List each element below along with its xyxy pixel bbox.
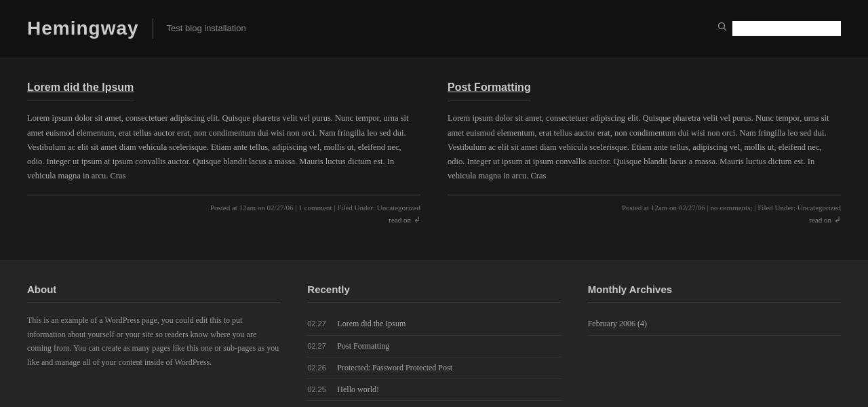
post-1-read-on: read on ↲	[389, 214, 420, 227]
post-2-read-on: read on ↲	[809, 214, 841, 227]
search-input[interactable]	[732, 21, 841, 36]
recently-link-0[interactable]: Lorem did the Ipsum	[337, 319, 406, 328]
recently-link-2[interactable]: Protected: Password Protected Post	[337, 363, 452, 372]
recently-column: Recently 02.27 Lorem did the Ipsum 02.27…	[307, 282, 587, 401]
svg-line-1	[724, 28, 727, 31]
recently-date-3: 02.25	[307, 384, 329, 396]
site-title: Hemingway	[27, 14, 139, 44]
post-1-meta: Posted at 12am on 02/27/06 | 1 comment |…	[27, 195, 420, 227]
footer-area: About This is an example of a WordPress …	[0, 260, 868, 407]
search-area	[717, 21, 841, 36]
read-on-arrow-icon-2: ↲	[834, 214, 841, 227]
recently-label-1: Post Formatting	[337, 340, 389, 353]
archives-item-0: February 2006 (4)	[588, 313, 841, 335]
about-title: About	[27, 282, 280, 303]
post-1-meta-text: Posted at 12am on 02/27/06 | 1 comment |…	[210, 204, 420, 212]
post-1-title-link[interactable]: Lorem did the Ipsum	[27, 81, 134, 93]
post-2-meta: Posted at 12am on 02/27/06 | no comments…	[448, 195, 841, 227]
recently-link-1[interactable]: Post Formatting	[337, 341, 389, 351]
site-header: Hemingway Test blog installation	[0, 0, 868, 58]
search-icon	[717, 21, 727, 36]
header-divider	[153, 18, 153, 39]
svg-point-0	[719, 23, 725, 29]
about-text: This is an example of a WordPress page, …	[27, 313, 280, 369]
main-content: Lorem did the Ipsum Lorem ipsum dolor si…	[0, 58, 868, 261]
recently-label-2: Protected: Password Protected Post	[337, 362, 452, 374]
post-2: Post Formatting Lorem ipsum dolor sit am…	[448, 79, 841, 241]
read-on-arrow-icon: ↲	[414, 214, 420, 227]
recently-item-2: 02.26 Protected: Password Protected Post	[307, 357, 560, 379]
archives-link-0[interactable]: February 2006 (4)	[588, 319, 647, 328]
post-1-title: Lorem did the Ipsum	[27, 79, 134, 101]
archives-list: February 2006 (4)	[588, 313, 841, 335]
recently-item-3: 02.25 Hello world!	[307, 379, 560, 401]
post-2-title-link[interactable]: Post Formatting	[448, 81, 531, 93]
site-title-link[interactable]: Hemingway	[27, 18, 139, 39]
about-column: About This is an example of a WordPress …	[27, 282, 307, 401]
footer-columns: About This is an example of a WordPress …	[27, 282, 841, 401]
posts-area: Lorem did the Ipsum Lorem ipsum dolor si…	[27, 79, 841, 241]
recently-label-0: Lorem did the Ipsum	[337, 317, 406, 330]
recently-item-0: 02.27 Lorem did the Ipsum	[307, 313, 560, 335]
post-2-excerpt: Lorem ipsum dolor sit amet, consectetuer…	[448, 111, 841, 183]
archives-column: Monthly Archives February 2006 (4)	[588, 282, 841, 401]
post-2-meta-text: Posted at 12am on 02/27/06 | no comments…	[622, 204, 841, 212]
recently-item-1: 02.27 Post Formatting	[307, 336, 560, 357]
recently-date-0: 02.27	[307, 318, 329, 330]
recently-title: Recently	[307, 282, 560, 303]
post-2-title: Post Formatting	[448, 79, 531, 101]
site-tagline: Test blog installation	[167, 22, 246, 36]
recently-label-3: Hello world!	[337, 383, 379, 396]
recently-link-3[interactable]: Hello world!	[337, 385, 379, 394]
header-left: Hemingway Test blog installation	[27, 14, 246, 44]
recently-list: 02.27 Lorem did the Ipsum 02.27 Post For…	[307, 313, 560, 401]
archives-title: Monthly Archives	[588, 282, 841, 303]
post-1: Lorem did the Ipsum Lorem ipsum dolor si…	[27, 79, 420, 241]
post-1-excerpt: Lorem ipsum dolor sit amet, consectetuer…	[27, 111, 420, 183]
recently-date-1: 02.27	[307, 341, 329, 353]
post-1-read-on-link[interactable]: read on	[389, 214, 411, 227]
recently-date-2: 02.26	[307, 362, 329, 374]
post-2-read-on-link[interactable]: read on	[809, 214, 831, 227]
